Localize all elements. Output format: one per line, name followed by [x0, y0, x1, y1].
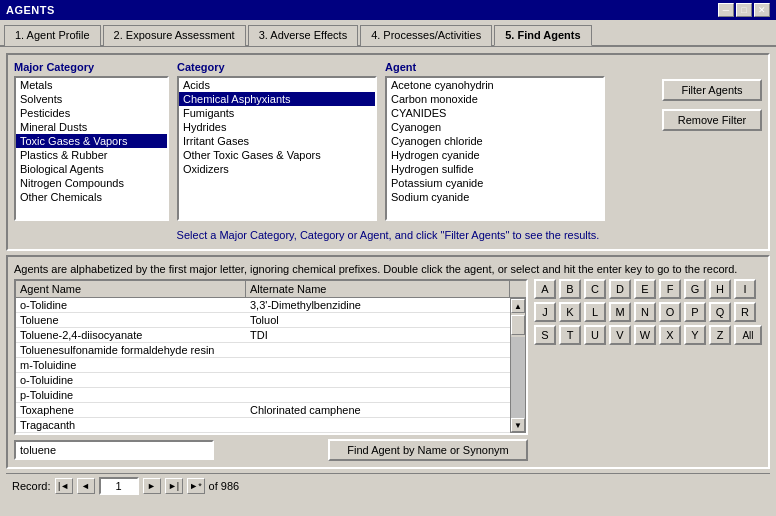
last-record-button[interactable]: ►|	[165, 478, 183, 494]
alt-name-cell: Chlorinated camphene	[246, 403, 510, 417]
tab-agent-profile[interactable]: 1. Agent Profile	[4, 25, 101, 46]
letter-l-button[interactable]: L	[584, 302, 606, 322]
tab-exposure-assessment[interactable]: 2. Exposure Assessment	[103, 25, 246, 46]
letter-p-button[interactable]: P	[684, 302, 706, 322]
agent-listbox[interactable]: Acetone cyanohydrin Carbon monoxide CYAN…	[385, 76, 605, 221]
list-item[interactable]: Plastics & Rubber	[16, 148, 167, 162]
letter-f-button[interactable]: F	[659, 279, 681, 299]
close-button[interactable]: ✕	[754, 3, 770, 17]
find-agent-button[interactable]: Find Agent by Name or Synonym	[328, 439, 528, 461]
list-item[interactable]: Oxidizers	[179, 162, 375, 176]
list-item[interactable]: Irritant Gases	[179, 134, 375, 148]
list-item[interactable]: Other Chemicals	[16, 190, 167, 204]
letter-row-1: A B C D E F G H I	[534, 279, 762, 299]
agent-name-cell: Toluene-2,4-diisocyanate	[16, 328, 246, 342]
list-item[interactable]: Mineral Dusts	[16, 120, 167, 134]
category-label: Category	[177, 61, 377, 73]
letter-h-button[interactable]: H	[709, 279, 731, 299]
table-scrollbar[interactable]: ▲ ▼	[510, 298, 526, 433]
table-header: Agent Name Alternate Name	[16, 281, 526, 298]
next-record-button[interactable]: ►	[143, 478, 161, 494]
alt-name-cell	[246, 418, 510, 432]
major-category-listbox[interactable]: Metals Solvents Pesticides Mineral Dusts…	[14, 76, 169, 221]
letter-u-button[interactable]: U	[584, 325, 606, 345]
search-input[interactable]	[14, 440, 214, 460]
category-listbox[interactable]: Acids Chemical Asphyxiants Fumigants Hyd…	[177, 76, 377, 221]
list-item[interactable]: Other Toxic Gases & Vapors	[179, 148, 375, 162]
list-item[interactable]: Nitrogen Compounds	[16, 176, 167, 190]
list-item[interactable]: Cyanogen chloride	[387, 134, 603, 148]
list-item[interactable]: Hydrogen cyanide	[387, 148, 603, 162]
letter-z-button[interactable]: Z	[709, 325, 731, 345]
tab-adverse-effects[interactable]: 3. Adverse Effects	[248, 25, 358, 46]
letter-i-button[interactable]: I	[734, 279, 756, 299]
table-body[interactable]: o-Tolidine 3,3'-Dimethylbenzidine Toluen…	[16, 298, 510, 433]
list-item[interactable]: Solvents	[16, 92, 167, 106]
letter-b-button[interactable]: B	[559, 279, 581, 299]
scroll-down-arrow[interactable]: ▼	[511, 418, 525, 432]
list-item[interactable]: Metals	[16, 78, 167, 92]
letter-k-button[interactable]: K	[559, 302, 581, 322]
prev-record-button[interactable]: ◄	[77, 478, 95, 494]
agent-label: Agent	[385, 61, 605, 73]
list-item[interactable]: Hydrides	[179, 120, 375, 134]
current-record-input[interactable]	[99, 477, 139, 495]
scroll-up-arrow[interactable]: ▲	[511, 299, 525, 313]
table-row[interactable]: p-Toluidine	[16, 388, 510, 403]
letter-c-button[interactable]: C	[584, 279, 606, 299]
letter-s-button[interactable]: S	[534, 325, 556, 345]
list-item[interactable]: Cyanogen	[387, 120, 603, 134]
list-item[interactable]: Carbon monoxide	[387, 92, 603, 106]
table-row[interactable]: o-Toluidine	[16, 373, 510, 388]
letter-r-button[interactable]: R	[734, 302, 756, 322]
letter-e-button[interactable]: E	[634, 279, 656, 299]
tab-processes-activities[interactable]: 4. Processes/Activities	[360, 25, 492, 46]
list-item[interactable]: Acids	[179, 78, 375, 92]
maximize-button[interactable]: □	[736, 3, 752, 17]
list-item[interactable]: Biological Agents	[16, 162, 167, 176]
list-item-selected[interactable]: Chemical Asphyxiants	[179, 92, 375, 106]
filter-agents-button[interactable]: Filter Agents	[662, 79, 762, 101]
letter-t-button[interactable]: T	[559, 325, 581, 345]
remove-filter-button[interactable]: Remove Filter	[662, 109, 762, 131]
letter-g-button[interactable]: G	[684, 279, 706, 299]
list-item[interactable]: CYANIDES	[387, 106, 603, 120]
letter-v-button[interactable]: V	[609, 325, 631, 345]
list-item[interactable]: Acetone cyanohydrin	[387, 78, 603, 92]
letter-w-button[interactable]: W	[634, 325, 656, 345]
bottom-section: Agents are alphabetized by the first maj…	[6, 255, 770, 469]
agent-group: Agent Acetone cyanohydrin Carbon monoxid…	[385, 61, 605, 221]
table-row[interactable]: m-Toluidine	[16, 358, 510, 373]
list-item[interactable]: Fumigants	[179, 106, 375, 120]
list-item-selected[interactable]: Toxic Gases & Vapors	[16, 134, 167, 148]
letter-y-button[interactable]: Y	[684, 325, 706, 345]
letter-o-button[interactable]: O	[659, 302, 681, 322]
letter-m-button[interactable]: M	[609, 302, 631, 322]
scroll-thumb[interactable]	[511, 315, 525, 335]
letter-x-button[interactable]: X	[659, 325, 681, 345]
table-row[interactable]: o-Tolidine 3,3'-Dimethylbenzidine	[16, 298, 510, 313]
lists-row: Major Category Metals Solvents Pesticide…	[14, 61, 762, 221]
table-row[interactable]: Tragacanth	[16, 418, 510, 433]
letter-n-button[interactable]: N	[634, 302, 656, 322]
letter-a-button[interactable]: A	[534, 279, 556, 299]
minimize-button[interactable]: ─	[718, 3, 734, 17]
table-row[interactable]: Toluene Toluol	[16, 313, 510, 328]
status-text: Select a Major Category, Category or Age…	[14, 227, 762, 243]
table-row[interactable]: Toluene-2,4-diisocyanate TDI	[16, 328, 510, 343]
tab-find-agents[interactable]: 5. Find Agents	[494, 25, 591, 46]
table-row[interactable]: Toluenesulfonamide formaldehyde resin	[16, 343, 510, 358]
first-record-button[interactable]: |◄	[55, 478, 73, 494]
letter-d-button[interactable]: D	[609, 279, 631, 299]
agent-table-container: Agent Name Alternate Name o-Tolidine 3,3…	[14, 279, 762, 461]
list-item[interactable]: Sodium cyanide	[387, 190, 603, 204]
new-record-button[interactable]: ►*	[187, 478, 205, 494]
table-row[interactable]: Toxaphene Chlorinated camphene	[16, 403, 510, 418]
col-header-alternate: Alternate Name	[246, 281, 510, 297]
list-item[interactable]: Pesticides	[16, 106, 167, 120]
list-item[interactable]: Potassium cyanide	[387, 176, 603, 190]
list-item[interactable]: Hydrogen sulfide	[387, 162, 603, 176]
letter-j-button[interactable]: J	[534, 302, 556, 322]
letter-q-button[interactable]: Q	[709, 302, 731, 322]
letter-all-button[interactable]: All	[734, 325, 762, 345]
